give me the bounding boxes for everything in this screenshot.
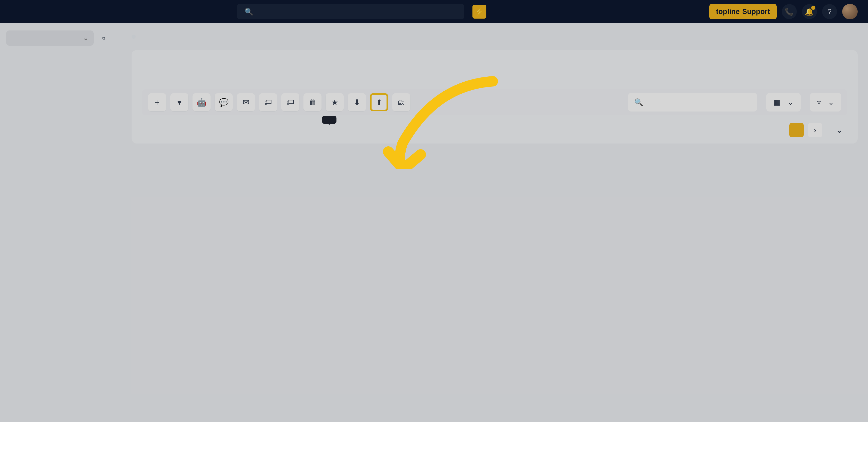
tag-remove-button[interactable]: 🏷 — [281, 93, 299, 111]
header: 🔍 ⚡ topline Support 📞 🔔 ? — [0, 0, 868, 23]
chevron-down-icon: ⌄ — [787, 98, 794, 106]
columns-button[interactable]: ▦ ⌄ — [766, 93, 801, 112]
filter-icon: ▿ — [817, 98, 821, 106]
tag-minus-icon: 🏷 — [286, 98, 294, 106]
funnel-icon: ▾ — [178, 98, 181, 107]
add-button[interactable]: ＋ — [148, 93, 166, 111]
chat-icon: 💬 — [219, 98, 228, 107]
bolt-button[interactable]: ⚡ — [472, 5, 486, 19]
email-button[interactable]: ✉ — [237, 93, 255, 111]
support-brand: topline — [716, 7, 740, 16]
user-avatar[interactable] — [842, 4, 858, 19]
search-icon: 🔍 — [244, 7, 253, 16]
chevron-down-icon: ⌄ — [83, 34, 89, 42]
tutorial-footer — [0, 422, 868, 461]
org-switcher[interactable]: ⌄ — [6, 30, 94, 46]
support-label: Support — [742, 7, 770, 16]
page-next-button[interactable]: › — [808, 123, 822, 137]
download-button[interactable]: ⬇ — [348, 93, 366, 111]
upload-icon: ⬆ — [376, 98, 382, 107]
filter-toggle-button[interactable]: ▾ — [170, 93, 188, 111]
star-icon: ★ — [331, 98, 338, 107]
tag-add-button[interactable]: 🏷 — [259, 93, 277, 111]
sidebar: ⌄ ⧉ — [0, 23, 116, 461]
quick-search-input[interactable]: 🔍 — [628, 93, 757, 112]
chevron-down-icon: ⌄ — [836, 126, 842, 134]
phone-icon: 📞 — [785, 7, 794, 16]
support-button[interactable]: topline Support — [709, 4, 777, 19]
star-button[interactable]: ★ — [326, 93, 344, 111]
search-icon: 🔍 — [634, 98, 643, 106]
bolt-icon: ⚡ — [474, 7, 484, 16]
phone-button[interactable]: 📞 — [782, 4, 797, 19]
help-button[interactable]: ? — [822, 4, 837, 19]
contacts-toolbar: ＋ ▾ 🤖 💬 ✉ 🏷 🏷 🗑 ★ ⬇ ⬆ 🗂 🔍 ▦ ⌄ ▿ — [142, 89, 847, 115]
more-filters-button[interactable]: ▿ ⌄ — [810, 93, 841, 112]
plus-icon: ＋ — [153, 97, 161, 107]
page-size-select[interactable]: ⌄ — [834, 126, 842, 134]
panel-icon: ⧉ — [102, 36, 105, 40]
robot-icon: 🤖 — [197, 98, 207, 107]
trash-icon: 🗑 — [309, 98, 316, 106]
import-contacts-button[interactable]: ⬆ — [370, 93, 388, 111]
help-icon: ? — [828, 7, 832, 16]
card-icon: 🗂 — [397, 98, 405, 106]
robot-button[interactable]: 🤖 — [192, 93, 211, 111]
card-button[interactable]: 🗂 — [392, 93, 410, 111]
bell-icon: 🔔 — [805, 7, 814, 16]
global-search-input[interactable]: 🔍 — [237, 4, 464, 19]
columns-icon: ▦ — [774, 98, 780, 106]
download-icon: ⬇ — [354, 98, 360, 107]
view-pill-group — [132, 35, 136, 39]
panel-toggle-button[interactable]: ⧉ — [97, 32, 110, 44]
notifications-button[interactable]: 🔔 — [802, 4, 817, 19]
page-number-current[interactable] — [789, 123, 804, 137]
chevron-down-icon: ⌄ — [828, 98, 834, 106]
chevron-right-icon: › — [814, 126, 816, 134]
sms-button[interactable]: 💬 — [215, 93, 233, 111]
delete-button[interactable]: 🗑 — [304, 93, 321, 111]
import-contacts-tooltip — [322, 116, 337, 124]
mail-icon: ✉ — [243, 98, 249, 107]
main: ＋ ▾ 🤖 💬 ✉ 🏷 🏷 🗑 ★ ⬇ ⬆ 🗂 🔍 ▦ ⌄ ▿ — [116, 23, 868, 461]
tag-plus-icon: 🏷 — [264, 98, 272, 106]
